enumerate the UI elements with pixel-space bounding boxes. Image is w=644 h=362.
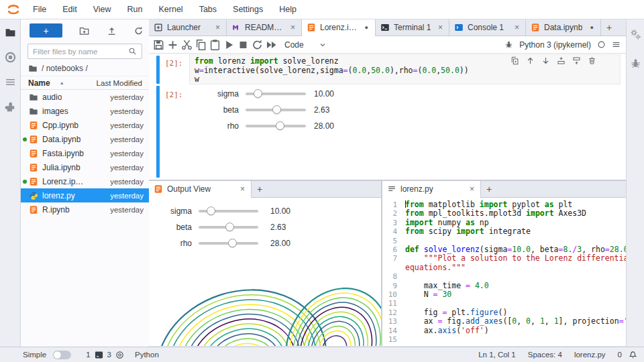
sidebar-file-browser-icon[interactable] [5, 27, 16, 38]
move-up-icon[interactable] [526, 56, 535, 65]
cell-type-dropdown[interactable]: Code [284, 40, 327, 50]
kernel-status-icon[interactable] [597, 40, 606, 49]
file-row[interactable]: Lorenz.ip…yesterday [21, 174, 149, 188]
file-row[interactable]: audioyesterday [21, 90, 149, 104]
run-icon[interactable] [222, 39, 236, 51]
cursor-position[interactable]: Ln 1, Col 1 [478, 351, 516, 359]
file-row[interactable]: lorenz.pyyesterday [21, 188, 149, 202]
line-number: 6 [382, 245, 400, 254]
add-tab-button[interactable]: + [601, 19, 617, 36]
slider-handle[interactable] [207, 206, 215, 215]
notebook-toolbar-icons [152, 39, 278, 51]
tab-readme-md[interactable]: README.md× [227, 19, 302, 36]
file-name: Data.ipynb [42, 135, 80, 144]
tab-lorenz-py[interactable]: lorenz.py × [382, 181, 481, 197]
slider-handle[interactable] [225, 223, 234, 231]
menu-kernel[interactable]: Kernel [151, 0, 191, 19]
add-icon[interactable] [166, 39, 180, 51]
notification-count[interactable]: 0 [618, 351, 622, 359]
copy-icon[interactable] [194, 39, 208, 51]
close-icon[interactable]: × [437, 23, 444, 32]
upload-icon[interactable] [107, 25, 117, 36]
new-folder-icon[interactable] [79, 25, 89, 36]
tab-data-ipynb[interactable]: Data.ipynb● [526, 19, 601, 36]
slider-track[interactable] [246, 93, 306, 95]
editor-code [400, 237, 405, 245]
code-editor[interactable]: 1from matplotlib import pyplot as plt2fr… [382, 200, 626, 345]
cut-icon[interactable] [180, 39, 194, 51]
filter-files-input[interactable]: Filter files by name [28, 44, 142, 59]
delete-icon[interactable] [588, 56, 596, 65]
close-icon[interactable]: × [468, 184, 476, 194]
menu-help[interactable]: Help [271, 0, 305, 19]
input-collapser[interactable] [156, 56, 160, 84]
dirty-dot[interactable]: ● [588, 24, 596, 31]
indent-indicator[interactable]: Spaces: 4 [528, 351, 562, 359]
menu-view[interactable]: View [85, 0, 119, 19]
menu-run[interactable]: Run [119, 0, 151, 19]
refresh-icon[interactable] [133, 25, 144, 36]
breadcrumb[interactable]: / notebooks / [21, 60, 149, 76]
file-row[interactable]: Data.ipynbyesterday [21, 132, 149, 146]
file-row[interactable]: Cpp.ipynbyesterday [21, 118, 149, 132]
save-icon[interactable] [152, 39, 166, 51]
file-name: Cpp.ipynb [42, 121, 78, 130]
add-tab-button[interactable]: + [252, 181, 268, 197]
tab-console-1[interactable]: Console 1× [449, 19, 526, 36]
column-name[interactable]: Name [28, 78, 50, 88]
slider-handle[interactable] [272, 105, 281, 114]
menu-file[interactable]: File [25, 0, 54, 19]
editor-line: equations.""" [382, 263, 626, 272]
column-last-modified[interactable]: Last Modified [97, 79, 142, 87]
file-row[interactable]: R.ipynbyesterday [21, 202, 149, 217]
menu-tabs[interactable]: Tabs [191, 0, 225, 19]
sidebar-running-sessions-icon[interactable] [5, 52, 16, 63]
debugger-bug-icon[interactable] [504, 40, 513, 49]
slider-handle[interactable] [276, 121, 284, 130]
sidebar-debugger-icon[interactable] [630, 58, 641, 69]
add-tab-button[interactable]: + [481, 181, 497, 197]
restart-icon[interactable] [250, 39, 264, 51]
language-indicator[interactable]: Python [135, 351, 159, 359]
sessions-indicator[interactable]: 1 3 [86, 351, 124, 359]
close-icon[interactable]: × [289, 23, 297, 32]
fast-forward-icon[interactable] [264, 39, 278, 51]
kernel-name[interactable]: Python 3 (ipykernel) [519, 40, 591, 50]
bell-icon[interactable] [629, 351, 637, 359]
close-icon[interactable]: × [214, 23, 221, 32]
simple-mode-toggle[interactable] [53, 351, 71, 359]
tab-output-view[interactable]: Output View × [149, 181, 252, 197]
menu-edit[interactable]: Edit [54, 0, 85, 19]
duplicate-icon[interactable] [511, 56, 519, 65]
close-icon[interactable]: × [513, 23, 521, 32]
slider-track[interactable] [199, 210, 258, 213]
code-line: w=interactive(solve_lorenz,sigma=(0.0,50… [195, 66, 620, 76]
editor-line: 14 ax.axis('off') [382, 326, 626, 335]
tab-launcher[interactable]: Launcher× [149, 19, 227, 36]
slider-track[interactable] [246, 125, 306, 127]
tab-lorenz-ipynb[interactable]: Lorenz.ipynb● [302, 19, 376, 36]
menu-settings[interactable]: Settings [225, 0, 271, 19]
file-row[interactable]: imagesyesterday [21, 104, 149, 118]
paste-icon[interactable] [208, 39, 222, 51]
sidebar-table-of-contents-icon[interactable] [5, 76, 16, 88]
close-icon[interactable]: × [239, 184, 246, 194]
insert-below-icon[interactable] [572, 56, 581, 65]
kernel-menu-icon[interactable] [612, 40, 621, 49]
file-row[interactable]: Julia.ipynbyesterday [21, 160, 149, 174]
sidebar-property-inspector-icon[interactable] [630, 29, 641, 40]
new-launcher-button[interactable]: + [30, 23, 62, 38]
editor-code: """Plot a solution to the Lorenz differe… [400, 254, 626, 263]
terminal-icon [380, 23, 390, 32]
insert-above-icon[interactable] [557, 56, 566, 65]
tab-terminal-1[interactable]: Terminal 1× [376, 19, 449, 36]
slider-handle[interactable] [254, 89, 262, 98]
slider-track[interactable] [246, 109, 306, 111]
file-row[interactable]: Fasta.ipynbyesterday [21, 146, 149, 160]
move-down-icon[interactable] [541, 56, 550, 65]
cell-type-label: Code [284, 40, 304, 50]
sidebar-extension-manager-icon[interactable] [5, 101, 16, 113]
stop-icon[interactable] [236, 39, 250, 51]
dirty-dot[interactable]: ● [363, 24, 370, 31]
slider-track[interactable] [199, 226, 258, 229]
